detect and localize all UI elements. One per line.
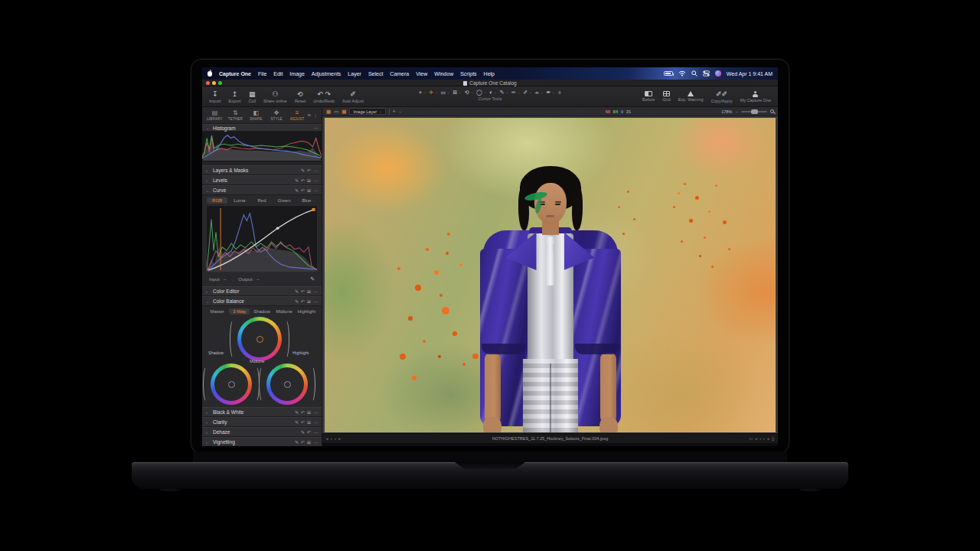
- spot-tool-icon[interactable]: ◯: [475, 89, 483, 96]
- export-button[interactable]: ↥ Export: [225, 86, 245, 106]
- before-button[interactable]: Before: [639, 90, 658, 102]
- wifi-icon[interactable]: [678, 70, 686, 77]
- collapse-caret-icon[interactable]: ⌄: [206, 126, 211, 130]
- curve-tab-red[interactable]: Red: [251, 197, 272, 204]
- menu-select[interactable]: Select: [368, 71, 383, 77]
- tab-library[interactable]: ▤ LIBRARY: [204, 109, 225, 121]
- saturation-arc-left[interactable]: [203, 366, 211, 403]
- grid-tool-icon[interactable]: ⊞: [452, 89, 459, 96]
- menu-view[interactable]: View: [416, 71, 427, 77]
- more-icon[interactable]: ⋯: [313, 430, 318, 435]
- cb-tab-3way[interactable]: 3-Way: [229, 308, 250, 315]
- more-icon[interactable]: ⋯: [313, 410, 318, 415]
- edit-icon[interactable]: ✎: [295, 289, 299, 294]
- siri-icon[interactable]: [715, 70, 721, 77]
- edit-icon[interactable]: ✎: [295, 188, 299, 193]
- color-editor-panel-header[interactable]: › Color Editor ✎ ↶ ⊞ ⋯: [202, 286, 322, 296]
- cb-tab-shadow[interactable]: Shadow: [251, 308, 272, 315]
- layer-dropdown[interactable]: Image Layer ⌄: [349, 108, 385, 115]
- preset-icon[interactable]: ⊞: [307, 299, 311, 304]
- tab-style[interactable]: ❖ STYLE: [266, 109, 287, 121]
- saturation-arc-left[interactable]: [230, 319, 237, 358]
- tab-more-icon[interactable]: ⋮: [313, 112, 318, 118]
- preset-icon[interactable]: ⊞: [307, 410, 311, 415]
- layer-menu-caret-icon[interactable]: ⌄: [399, 109, 402, 114]
- rotate-tool-icon[interactable]: ⟲: [464, 89, 470, 96]
- search-icon[interactable]: [691, 70, 697, 77]
- import-button[interactable]: ↧ Import: [205, 86, 225, 106]
- pick-tool-icon[interactable]: ✒: [546, 89, 552, 96]
- reset-icon[interactable]: ↶: [301, 440, 305, 445]
- edit-icon[interactable]: ✎: [301, 168, 305, 173]
- menu-file[interactable]: File: [258, 71, 266, 77]
- mask-tool-icon[interactable]: ◐: [488, 89, 493, 96]
- crop-tool-icon[interactable]: ▭: [440, 89, 447, 96]
- undo-redo-button[interactable]: ↶ ↷ Undo/Redo: [309, 86, 338, 106]
- menu-clock[interactable]: Wed Apr 1 9:41 AM: [727, 71, 773, 77]
- curve-tab-green[interactable]: Green: [274, 197, 295, 204]
- tab-shape[interactable]: ◧ SHAPE: [246, 109, 266, 121]
- collapse-caret-icon[interactable]: ⌄: [206, 299, 211, 304]
- more-icon[interactable]: ⋯: [313, 289, 318, 294]
- menu-image[interactable]: Image: [289, 71, 304, 77]
- last-image-icon[interactable]: »: [767, 436, 769, 441]
- menu-scripts[interactable]: Scripts: [460, 71, 476, 77]
- edit-icon[interactable]: ✎: [295, 299, 299, 304]
- edit-icon[interactable]: ✎: [295, 420, 299, 425]
- curve-input-value[interactable]: –: [224, 277, 226, 282]
- preset-icon[interactable]: ⊞: [307, 178, 311, 183]
- eraser-tool-icon[interactable]: ✐: [522, 89, 528, 96]
- loupe-icon[interactable]: [770, 109, 774, 113]
- reset-icon[interactable]: ↶: [301, 420, 305, 425]
- exposure-warning-button[interactable]: Exp. Warning: [675, 90, 707, 102]
- my-capture-one-button[interactable]: My Capture One: [737, 90, 775, 103]
- apple-logo-icon[interactable]: [207, 71, 212, 77]
- cb-tab-midtone[interactable]: Midtone: [274, 308, 295, 315]
- more-icon[interactable]: ⋯: [313, 299, 318, 304]
- curve-output-value[interactable]: –: [256, 277, 259, 282]
- auto-adjust-button[interactable]: ✐ Auto Adjust: [338, 86, 368, 106]
- menu-edit[interactable]: Edit: [273, 71, 283, 77]
- reset-icon[interactable]: ↶: [301, 178, 305, 183]
- prev-image-icon[interactable]: ‹: [760, 436, 761, 441]
- trash-icon[interactable]: ▯: [772, 436, 774, 441]
- tab-adjust[interactable]: ≡ ADJUST: [287, 109, 308, 121]
- grid-button[interactable]: Grid: [658, 90, 674, 102]
- loupe-tool-icon[interactable]: ⌽: [557, 89, 562, 96]
- edit-icon[interactable]: ✎: [301, 430, 305, 435]
- color-balance-panel-header[interactable]: ⌄ Color Balance ✎ ↶ ⊞ ⋯: [202, 296, 322, 306]
- curve-tab-blue[interactable]: Blue: [296, 197, 317, 204]
- edit-icon[interactable]: ✎: [295, 410, 299, 415]
- more-icon[interactable]: ⋯: [313, 168, 318, 173]
- reset-icon[interactable]: ↶: [301, 188, 305, 193]
- collapse-caret-icon[interactable]: ›: [206, 440, 211, 445]
- more-icon[interactable]: ⋯: [313, 126, 318, 130]
- curve-tab-rgb[interactable]: RGB: [207, 197, 227, 204]
- expand-tabs-icon[interactable]: »: [308, 112, 311, 119]
- more-icon[interactable]: ⋯: [313, 440, 318, 445]
- vignetting-panel-header[interactable]: › Vignetting ✎ ↶ ⊞ ⋯: [202, 437, 322, 446]
- more-icon[interactable]: ⋯: [313, 188, 318, 193]
- curve-panel-header[interactable]: ⌄ Curve ✎ ↶ ⊞ ⋯: [202, 185, 322, 195]
- dehaze-panel-header[interactable]: › Dehaze ✎ ↶ ⋯: [202, 427, 322, 437]
- curve-graph[interactable]: [206, 205, 318, 272]
- zoom-caret-icon[interactable]: ⌄: [735, 109, 738, 113]
- collapse-caret-icon[interactable]: ›: [206, 420, 211, 425]
- preset-icon[interactable]: ⊞: [307, 188, 311, 193]
- menu-window[interactable]: Window: [434, 71, 453, 77]
- collapse-caret-icon[interactable]: ›: [206, 168, 211, 173]
- reset-icon[interactable]: ↶: [301, 410, 305, 415]
- lightness-arc-right[interactable]: [282, 319, 289, 358]
- more-icon[interactable]: ⋯: [313, 178, 318, 183]
- layers-masks-panel-header[interactable]: › Layers & Masks ✎ ↶ ⋯: [202, 165, 322, 175]
- saturation-arc-left[interactable]: [259, 366, 266, 403]
- zoom-slider[interactable]: [741, 111, 767, 112]
- clarity-panel-header[interactable]: › Clarity ✎ ↶ ⊞ ⋯: [202, 417, 322, 427]
- shadow-color-wheel[interactable]: [211, 364, 252, 405]
- single-view-icon[interactable]: ▭: [334, 109, 338, 114]
- cull-button[interactable]: ▦ Cull: [245, 86, 260, 106]
- collapse-caret-icon[interactable]: ›: [206, 289, 211, 294]
- collapse-caret-icon[interactable]: ⌄: [206, 188, 211, 193]
- levels-panel-header[interactable]: › Levels ✎ ↶ ⊞ ⋯: [202, 175, 322, 185]
- histogram-panel-header[interactable]: ⌄ Histogram ⋯: [202, 124, 322, 132]
